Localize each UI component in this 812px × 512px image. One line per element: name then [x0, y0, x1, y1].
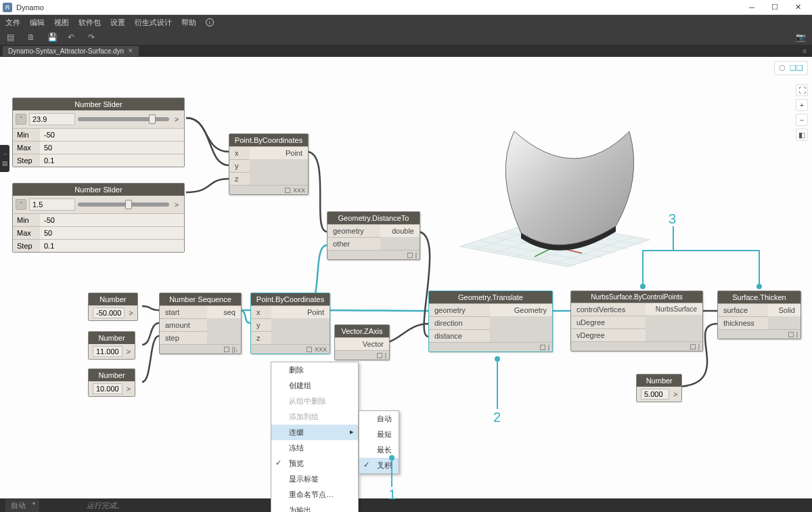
port-y[interactable]: y: [229, 159, 250, 172]
menu-generative[interactable]: 衍生式设计: [135, 18, 172, 28]
node-header[interactable]: Surface.Thicken: [718, 291, 800, 303]
port-start[interactable]: start: [160, 305, 207, 318]
port-x[interactable]: x: [229, 146, 250, 159]
menu-edit[interactable]: 编辑: [30, 18, 45, 28]
output-port[interactable]: >: [172, 115, 181, 123]
node-surface-thicken[interactable]: Surface.Thicken surface thickness Solid …: [717, 291, 801, 339]
preview-toggle[interactable]: [690, 344, 696, 349]
open-icon[interactable]: 🗎: [27, 33, 37, 42]
node-header[interactable]: Number: [89, 293, 137, 305]
fit-icon[interactable]: ⛶: [796, 84, 808, 96]
preview-toggle[interactable]: [224, 347, 229, 352]
port-amount[interactable]: amount: [160, 318, 207, 331]
file-tab-close-icon[interactable]: ✕: [128, 47, 133, 54]
node-header[interactable]: Vector.ZAxis: [335, 325, 389, 337]
node-vector-zaxis[interactable]: Vector.ZAxis Vector |: [334, 324, 390, 360]
tabs-menu-icon[interactable]: ≡: [803, 47, 812, 55]
max-value[interactable]: 50: [40, 142, 184, 154]
info-icon[interactable]: i: [206, 18, 214, 26]
maximize-button[interactable]: ☐: [763, 0, 786, 15]
port-nurbssurface[interactable]: NurbsSurface: [646, 303, 702, 315]
port-z[interactable]: z: [251, 331, 271, 344]
node-header[interactable]: Number: [89, 369, 135, 381]
min-value[interactable]: -50: [40, 214, 184, 226]
close-button[interactable]: ✕: [786, 0, 809, 15]
ctx-as-output[interactable]: 为输出: [271, 503, 358, 512]
save-icon[interactable]: 💾: [47, 33, 57, 42]
node-number-4[interactable]: Number 5.000>: [636, 374, 682, 402]
minimize-button[interactable]: ─: [740, 0, 763, 15]
node-header[interactable]: Number Sequence: [160, 293, 241, 305]
lacing-auto[interactable]: 自动: [359, 411, 399, 427]
node-header[interactable]: Geometry.Translate: [429, 291, 552, 303]
menu-help[interactable]: 帮助: [181, 18, 196, 28]
slider-value[interactable]: 23.9: [29, 113, 75, 125]
port-thickness[interactable]: thickness: [718, 316, 768, 329]
menu-view[interactable]: 视图: [54, 18, 69, 28]
output-port[interactable]: >: [127, 347, 131, 356]
output-port[interactable]: >: [172, 200, 181, 209]
chevron-up-icon[interactable]: ˄: [16, 114, 26, 125]
chevron-up-icon[interactable]: ˄: [16, 199, 26, 210]
port-other[interactable]: other: [328, 237, 380, 250]
preview-toggle[interactable]: [788, 332, 794, 337]
node-number-slider-2[interactable]: Number Slider ˄ 1.5 > Min-50 Max50 Step0…: [12, 183, 185, 253]
port-vector[interactable]: Vector: [335, 337, 389, 350]
port-geometry[interactable]: geometry: [429, 303, 490, 316]
node-header[interactable]: Number Slider: [13, 98, 184, 110]
port-z[interactable]: z: [229, 172, 250, 185]
node-header[interactable]: Geometry.DistanceTo: [328, 212, 420, 224]
node-header[interactable]: Number: [637, 375, 681, 387]
ctx-rename[interactable]: 重命名节点…: [271, 487, 358, 503]
ctx-create-group[interactable]: 创建组: [271, 378, 358, 393]
port-udegree[interactable]: uDegree: [571, 316, 646, 328]
solids-icon[interactable]: ⬡: [779, 64, 786, 72]
node-number-2[interactable]: Number 11.000>: [88, 331, 135, 360]
output-port[interactable]: >: [673, 390, 677, 398]
menu-settings[interactable]: 设置: [110, 18, 125, 28]
port-point[interactable]: Point: [271, 305, 330, 318]
slider-track[interactable]: [78, 117, 169, 121]
menu-file[interactable]: 文件: [5, 18, 20, 28]
port-distance[interactable]: distance: [429, 329, 490, 342]
preview-toggle[interactable]: [407, 253, 413, 258]
ctx-preview[interactable]: ✓预览: [271, 456, 358, 471]
port-solid[interactable]: Solid: [768, 303, 800, 316]
preview-toggle[interactable]: [540, 345, 545, 350]
node-header[interactable]: Point.ByCoordinates: [251, 293, 330, 305]
slider-value[interactable]: 1.5: [29, 198, 75, 211]
node-geometry-translate[interactable]: Geometry.Translate geometry direction di…: [428, 291, 553, 352]
port-geometry[interactable]: geometry: [328, 224, 380, 237]
camera-icon[interactable]: 📷: [796, 33, 805, 42]
port-vdegree[interactable]: vDegree: [571, 328, 646, 341]
graph-canvas[interactable]: →▤ ⬡ ❏❏ ⛶ + − ◧ Number Slider ˄ 23.9: [0, 57, 812, 498]
port-surface[interactable]: surface: [718, 303, 768, 316]
node-number-sequence[interactable]: Number Sequence start amount step seq ||…: [159, 293, 242, 354]
slider-track[interactable]: [78, 202, 169, 207]
number-value[interactable]: 11.000: [93, 346, 122, 357]
node-point-bycoordinates-top[interactable]: Point.ByCoordinates x y z Point XXX: [229, 133, 309, 195]
step-value[interactable]: 0.1: [40, 154, 184, 167]
port-step[interactable]: step: [160, 331, 207, 344]
port-controlvertices[interactable]: controlVertices: [571, 303, 646, 316]
min-value[interactable]: -50: [40, 129, 184, 141]
node-point-bycoordinates-bottom[interactable]: Point.ByCoordinates x y z Point XXX: [250, 293, 330, 354]
number-value[interactable]: 5.000: [641, 389, 669, 400]
library-tab-collapsed[interactable]: →▤: [0, 145, 9, 172]
menu-packages[interactable]: 软件包: [78, 18, 101, 28]
port-point[interactable]: Point: [250, 146, 308, 159]
ctx-freeze[interactable]: 冻结: [271, 440, 358, 456]
node-nurbssurface[interactable]: NurbsSurface.ByControlPoints controlVert…: [570, 291, 703, 351]
node-geometry-distanceto[interactable]: Geometry.DistanceTo geometry other doubl…: [327, 211, 420, 260]
redo-icon[interactable]: ↷: [88, 33, 97, 42]
node-header[interactable]: Number: [89, 332, 135, 344]
pan-icon[interactable]: ◧: [796, 129, 808, 141]
port-y[interactable]: y: [251, 318, 271, 331]
port-x[interactable]: x: [251, 305, 271, 318]
output-port[interactable]: >: [127, 385, 131, 393]
run-mode-dropdown[interactable]: 自动: [5, 499, 39, 512]
context-menu[interactable]: 删除 创建组 从组中删除 添加到组 连缀▸ 冻结 ✓预览 显示标签 重命名节点……: [271, 362, 359, 512]
node-number-slider-1[interactable]: Number Slider ˄ 23.9 > Min-50 Max50 Step…: [12, 98, 185, 167]
lacing-shortest[interactable]: 最短: [359, 427, 399, 442]
file-tab[interactable]: Dynamo-Syntax_Attractor-Surface.dyn ✕: [3, 46, 139, 56]
